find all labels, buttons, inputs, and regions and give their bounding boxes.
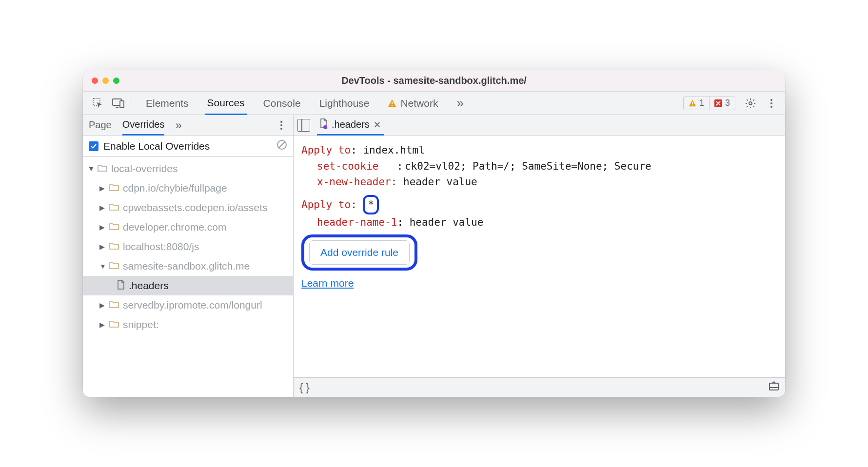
devtools-window: DevTools - samesite-sandbox.glitch.me/ E… — [83, 70, 785, 397]
tree-item-label: localhost:8080/js — [123, 241, 199, 253]
tree-root[interactable]: ▼ local-overrides — [83, 159, 293, 178]
apply-to-keyword: Apply to — [301, 199, 351, 211]
header-value[interactable]: header value — [403, 176, 477, 188]
tree-item-label: servedby.ipromote.com/longurl — [123, 299, 262, 311]
apply-to-value[interactable]: index.html — [363, 144, 424, 156]
tab-network[interactable]: Network — [386, 92, 440, 115]
chevron-right-icon: ▶ — [99, 301, 106, 309]
settings-gear-icon[interactable] — [742, 95, 759, 112]
traffic-lights — [92, 78, 119, 84]
folder-icon — [109, 202, 119, 214]
folder-icon — [109, 319, 119, 331]
warnings-count: 1 — [699, 98, 704, 108]
chevron-down-icon: ▼ — [88, 165, 95, 173]
error-icon — [714, 99, 722, 107]
tree-item[interactable]: ▶cdpn.io/chybie/fullpage — [83, 178, 293, 198]
tab-console[interactable]: Console — [261, 92, 303, 115]
toggle-navigator-icon[interactable] — [297, 119, 310, 132]
tree-root-label: local-overrides — [111, 163, 178, 175]
svg-rect-4 — [392, 105, 393, 106]
panel-tabs: Elements Sources Console Lighthouse Netw… — [144, 92, 683, 115]
chevron-right-icon: ▶ — [99, 223, 106, 231]
drawer-toggle-icon[interactable] — [769, 381, 779, 394]
editor-pane: .headers ✕ Apply to: index.html set-cook… — [294, 115, 785, 397]
headers-editor[interactable]: Apply to: index.html set-cookie : ck02=v… — [294, 136, 785, 377]
tab-sources[interactable]: Sources — [205, 92, 247, 115]
file-tab-label: .headers — [332, 119, 370, 130]
enable-overrides-label: Enable Local Overrides — [103, 140, 210, 152]
header-name[interactable]: header-name-1 — [317, 216, 397, 228]
tab-lighthouse[interactable]: Lighthouse — [317, 92, 372, 115]
navigator-sidebar: Page Overrides » Enable Local Overrides … — [83, 115, 294, 397]
file-icon — [117, 280, 125, 292]
tab-network-label: Network — [400, 97, 438, 109]
pretty-print-icon[interactable]: { } — [299, 381, 310, 394]
folder-icon — [109, 299, 119, 311]
navigator-more-icon[interactable] — [276, 121, 287, 130]
folder-icon — [109, 260, 119, 272]
main-toolbar: Elements Sources Console Lighthouse Netw… — [83, 92, 785, 115]
toolbar-divider — [132, 97, 132, 110]
subtab-overrides[interactable]: Overrides — [122, 116, 165, 136]
highlight-ring: Add override rule — [301, 234, 417, 271]
tree-item[interactable]: ▶servedby.ipromote.com/longurl — [83, 295, 293, 315]
folder-icon — [109, 182, 119, 194]
tree-item[interactable]: ▶cpwebassets.codepen.io/assets — [83, 198, 293, 217]
subtabs-overflow-icon[interactable]: » — [175, 118, 181, 132]
file-tabs: .headers ✕ — [294, 115, 785, 136]
navigator-subtabs: Page Overrides » — [83, 115, 293, 136]
file-icon — [320, 118, 328, 131]
editor-statusbar: { } — [294, 377, 785, 397]
tree-item[interactable]: ▶localhost:8080/js — [83, 237, 293, 256]
header-name[interactable]: x-new-header — [317, 176, 391, 188]
svg-rect-3 — [392, 102, 393, 104]
tree-item-label: snippet: — [123, 319, 159, 331]
chevron-down-icon: ▼ — [99, 262, 106, 270]
svg-rect-2 — [120, 101, 124, 108]
header-value[interactable]: ck02=vl02; Path=/; SameSite=None; Secure — [405, 160, 651, 172]
chevron-right-icon: ▶ — [99, 321, 106, 329]
enable-overrides-row: Enable Local Overrides — [83, 136, 293, 157]
errors-badge[interactable]: 3 — [709, 97, 735, 110]
tree-item-label: cpwebassets.codepen.io/assets — [123, 202, 268, 214]
tab-elements[interactable]: Elements — [144, 92, 191, 115]
toolbar-right: 1 3 — [683, 95, 777, 112]
chevron-right-icon: ▶ — [99, 243, 106, 251]
highlight-ring: * — [363, 195, 379, 215]
tree-item[interactable]: ▶snippet: — [83, 315, 293, 334]
inspect-icon[interactable] — [90, 95, 106, 112]
warnings-badge[interactable]: 1 — [684, 97, 709, 110]
tree-item[interactable]: ▶developer.chrome.com — [83, 217, 293, 237]
clear-overrides-icon[interactable] — [276, 139, 287, 153]
subtab-page[interactable]: Page — [89, 119, 112, 131]
warning-icon — [689, 99, 696, 107]
minimize-window-button[interactable] — [102, 78, 109, 84]
add-override-rule-button[interactable]: Add override rule — [309, 240, 410, 265]
tree-file-selected[interactable]: .headers — [83, 276, 293, 295]
apply-to-value[interactable]: * — [368, 199, 374, 211]
issues-badges[interactable]: 1 3 — [683, 97, 735, 110]
folder-icon — [109, 221, 119, 233]
device-toolbar-icon[interactable] — [110, 95, 127, 112]
close-tab-icon[interactable]: ✕ — [374, 119, 381, 130]
errors-count: 3 — [725, 98, 730, 108]
tree-item-label: cdpn.io/chybie/fullpage — [123, 182, 227, 194]
apply-to-keyword: Apply to — [301, 144, 351, 156]
folder-icon — [109, 241, 119, 253]
header-name[interactable]: set-cookie — [317, 160, 378, 172]
tabs-overflow-icon[interactable]: » — [454, 92, 465, 115]
svg-point-8 — [749, 102, 752, 105]
warning-triangle-icon — [388, 99, 396, 108]
enable-overrides-checkbox[interactable] — [89, 141, 99, 151]
maximize-window-button[interactable] — [113, 78, 119, 84]
tree-item-expanded[interactable]: ▼samesite-sandbox.glitch.me — [83, 256, 293, 276]
svg-rect-10 — [769, 383, 778, 390]
folder-icon — [98, 163, 107, 175]
override-indicator-icon — [323, 125, 327, 129]
more-menu-icon[interactable] — [766, 99, 777, 108]
learn-more-link[interactable]: Learn more — [301, 275, 354, 292]
close-window-button[interactable] — [92, 78, 98, 84]
svg-rect-5 — [692, 102, 693, 104]
file-tab-headers[interactable]: .headers ✕ — [317, 116, 384, 136]
header-value[interactable]: header value — [410, 216, 484, 228]
